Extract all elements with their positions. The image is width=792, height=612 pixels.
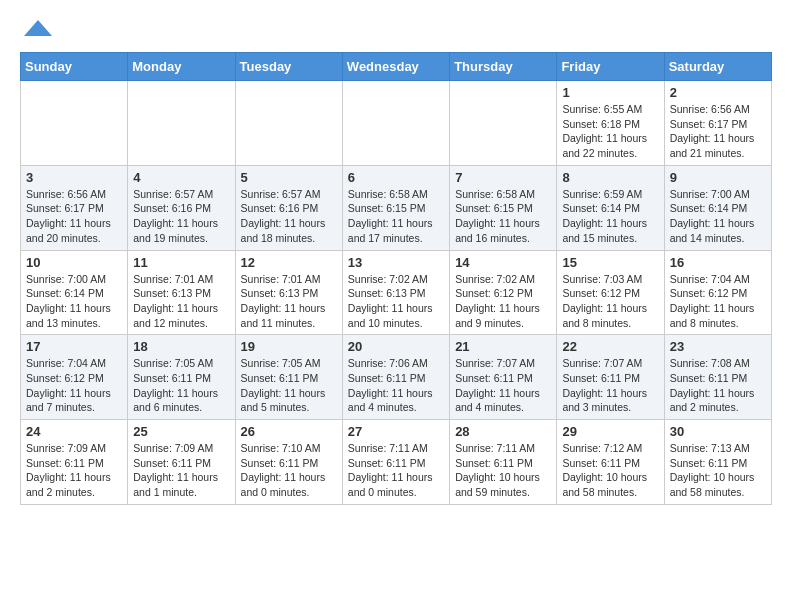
day-number: 10: [26, 255, 122, 270]
day-number: 14: [455, 255, 551, 270]
day-info: Sunrise: 7:07 AM Sunset: 6:11 PM Dayligh…: [455, 356, 551, 415]
day-info: Sunrise: 7:03 AM Sunset: 6:12 PM Dayligh…: [562, 272, 658, 331]
calendar-header-row: SundayMondayTuesdayWednesdayThursdayFrid…: [21, 53, 772, 81]
calendar-day-cell: 3Sunrise: 6:56 AM Sunset: 6:17 PM Daylig…: [21, 165, 128, 250]
day-info: Sunrise: 7:01 AM Sunset: 6:13 PM Dayligh…: [241, 272, 337, 331]
day-info: Sunrise: 7:01 AM Sunset: 6:13 PM Dayligh…: [133, 272, 229, 331]
calendar-table: SundayMondayTuesdayWednesdayThursdayFrid…: [20, 52, 772, 505]
logo-icon: [24, 16, 52, 44]
day-info: Sunrise: 7:00 AM Sunset: 6:14 PM Dayligh…: [26, 272, 122, 331]
day-number: 24: [26, 424, 122, 439]
calendar-empty-cell: [342, 81, 449, 166]
calendar-day-cell: 25Sunrise: 7:09 AM Sunset: 6:11 PM Dayli…: [128, 420, 235, 505]
weekday-header: Thursday: [450, 53, 557, 81]
day-number: 23: [670, 339, 766, 354]
weekday-header: Tuesday: [235, 53, 342, 81]
calendar-day-cell: 22Sunrise: 7:07 AM Sunset: 6:11 PM Dayli…: [557, 335, 664, 420]
day-info: Sunrise: 6:58 AM Sunset: 6:15 PM Dayligh…: [348, 187, 444, 246]
day-info: Sunrise: 7:06 AM Sunset: 6:11 PM Dayligh…: [348, 356, 444, 415]
logo: [20, 16, 52, 44]
calendar-day-cell: 19Sunrise: 7:05 AM Sunset: 6:11 PM Dayli…: [235, 335, 342, 420]
calendar-day-cell: 9Sunrise: 7:00 AM Sunset: 6:14 PM Daylig…: [664, 165, 771, 250]
weekday-header: Friday: [557, 53, 664, 81]
day-info: Sunrise: 6:56 AM Sunset: 6:17 PM Dayligh…: [26, 187, 122, 246]
calendar-empty-cell: [21, 81, 128, 166]
calendar-day-cell: 5Sunrise: 6:57 AM Sunset: 6:16 PM Daylig…: [235, 165, 342, 250]
weekday-header: Saturday: [664, 53, 771, 81]
calendar-day-cell: 21Sunrise: 7:07 AM Sunset: 6:11 PM Dayli…: [450, 335, 557, 420]
day-number: 25: [133, 424, 229, 439]
day-number: 19: [241, 339, 337, 354]
day-info: Sunrise: 7:02 AM Sunset: 6:13 PM Dayligh…: [348, 272, 444, 331]
day-number: 18: [133, 339, 229, 354]
day-info: Sunrise: 7:08 AM Sunset: 6:11 PM Dayligh…: [670, 356, 766, 415]
calendar-day-cell: 8Sunrise: 6:59 AM Sunset: 6:14 PM Daylig…: [557, 165, 664, 250]
day-info: Sunrise: 6:57 AM Sunset: 6:16 PM Dayligh…: [133, 187, 229, 246]
day-number: 8: [562, 170, 658, 185]
day-info: Sunrise: 7:09 AM Sunset: 6:11 PM Dayligh…: [26, 441, 122, 500]
day-number: 22: [562, 339, 658, 354]
calendar-day-cell: 15Sunrise: 7:03 AM Sunset: 6:12 PM Dayli…: [557, 250, 664, 335]
day-number: 30: [670, 424, 766, 439]
day-info: Sunrise: 7:07 AM Sunset: 6:11 PM Dayligh…: [562, 356, 658, 415]
calendar-day-cell: 2Sunrise: 6:56 AM Sunset: 6:17 PM Daylig…: [664, 81, 771, 166]
day-info: Sunrise: 7:13 AM Sunset: 6:11 PM Dayligh…: [670, 441, 766, 500]
day-number: 29: [562, 424, 658, 439]
day-info: Sunrise: 7:11 AM Sunset: 6:11 PM Dayligh…: [455, 441, 551, 500]
day-number: 21: [455, 339, 551, 354]
day-number: 27: [348, 424, 444, 439]
day-info: Sunrise: 6:58 AM Sunset: 6:15 PM Dayligh…: [455, 187, 551, 246]
day-number: 9: [670, 170, 766, 185]
day-info: Sunrise: 7:11 AM Sunset: 6:11 PM Dayligh…: [348, 441, 444, 500]
calendar-day-cell: 4Sunrise: 6:57 AM Sunset: 6:16 PM Daylig…: [128, 165, 235, 250]
page: SundayMondayTuesdayWednesdayThursdayFrid…: [0, 0, 792, 521]
calendar-day-cell: 12Sunrise: 7:01 AM Sunset: 6:13 PM Dayli…: [235, 250, 342, 335]
day-info: Sunrise: 7:04 AM Sunset: 6:12 PM Dayligh…: [26, 356, 122, 415]
weekday-header: Monday: [128, 53, 235, 81]
day-info: Sunrise: 7:09 AM Sunset: 6:11 PM Dayligh…: [133, 441, 229, 500]
weekday-header: Wednesday: [342, 53, 449, 81]
calendar-week-row: 1Sunrise: 6:55 AM Sunset: 6:18 PM Daylig…: [21, 81, 772, 166]
calendar-day-cell: 17Sunrise: 7:04 AM Sunset: 6:12 PM Dayli…: [21, 335, 128, 420]
day-number: 17: [26, 339, 122, 354]
day-number: 13: [348, 255, 444, 270]
calendar-day-cell: 28Sunrise: 7:11 AM Sunset: 6:11 PM Dayli…: [450, 420, 557, 505]
calendar-day-cell: 7Sunrise: 6:58 AM Sunset: 6:15 PM Daylig…: [450, 165, 557, 250]
day-number: 26: [241, 424, 337, 439]
calendar-day-cell: 24Sunrise: 7:09 AM Sunset: 6:11 PM Dayli…: [21, 420, 128, 505]
calendar-day-cell: 27Sunrise: 7:11 AM Sunset: 6:11 PM Dayli…: [342, 420, 449, 505]
calendar-day-cell: 6Sunrise: 6:58 AM Sunset: 6:15 PM Daylig…: [342, 165, 449, 250]
calendar-week-row: 3Sunrise: 6:56 AM Sunset: 6:17 PM Daylig…: [21, 165, 772, 250]
day-number: 28: [455, 424, 551, 439]
header: [20, 16, 772, 44]
day-info: Sunrise: 7:02 AM Sunset: 6:12 PM Dayligh…: [455, 272, 551, 331]
day-info: Sunrise: 7:10 AM Sunset: 6:11 PM Dayligh…: [241, 441, 337, 500]
day-number: 11: [133, 255, 229, 270]
calendar-day-cell: 26Sunrise: 7:10 AM Sunset: 6:11 PM Dayli…: [235, 420, 342, 505]
day-info: Sunrise: 7:05 AM Sunset: 6:11 PM Dayligh…: [241, 356, 337, 415]
calendar-day-cell: 29Sunrise: 7:12 AM Sunset: 6:11 PM Dayli…: [557, 420, 664, 505]
calendar-empty-cell: [450, 81, 557, 166]
calendar-day-cell: 16Sunrise: 7:04 AM Sunset: 6:12 PM Dayli…: [664, 250, 771, 335]
day-info: Sunrise: 7:04 AM Sunset: 6:12 PM Dayligh…: [670, 272, 766, 331]
calendar-day-cell: 13Sunrise: 7:02 AM Sunset: 6:13 PM Dayli…: [342, 250, 449, 335]
weekday-header: Sunday: [21, 53, 128, 81]
calendar-week-row: 24Sunrise: 7:09 AM Sunset: 6:11 PM Dayli…: [21, 420, 772, 505]
day-number: 7: [455, 170, 551, 185]
day-number: 3: [26, 170, 122, 185]
day-number: 12: [241, 255, 337, 270]
day-number: 5: [241, 170, 337, 185]
day-number: 2: [670, 85, 766, 100]
calendar-week-row: 10Sunrise: 7:00 AM Sunset: 6:14 PM Dayli…: [21, 250, 772, 335]
day-info: Sunrise: 6:57 AM Sunset: 6:16 PM Dayligh…: [241, 187, 337, 246]
day-info: Sunrise: 7:00 AM Sunset: 6:14 PM Dayligh…: [670, 187, 766, 246]
day-number: 20: [348, 339, 444, 354]
calendar-day-cell: 10Sunrise: 7:00 AM Sunset: 6:14 PM Dayli…: [21, 250, 128, 335]
day-info: Sunrise: 6:56 AM Sunset: 6:17 PM Dayligh…: [670, 102, 766, 161]
day-info: Sunrise: 6:55 AM Sunset: 6:18 PM Dayligh…: [562, 102, 658, 161]
calendar-day-cell: 1Sunrise: 6:55 AM Sunset: 6:18 PM Daylig…: [557, 81, 664, 166]
calendar-day-cell: 11Sunrise: 7:01 AM Sunset: 6:13 PM Dayli…: [128, 250, 235, 335]
calendar-week-row: 17Sunrise: 7:04 AM Sunset: 6:12 PM Dayli…: [21, 335, 772, 420]
calendar-day-cell: 18Sunrise: 7:05 AM Sunset: 6:11 PM Dayli…: [128, 335, 235, 420]
calendar-empty-cell: [235, 81, 342, 166]
